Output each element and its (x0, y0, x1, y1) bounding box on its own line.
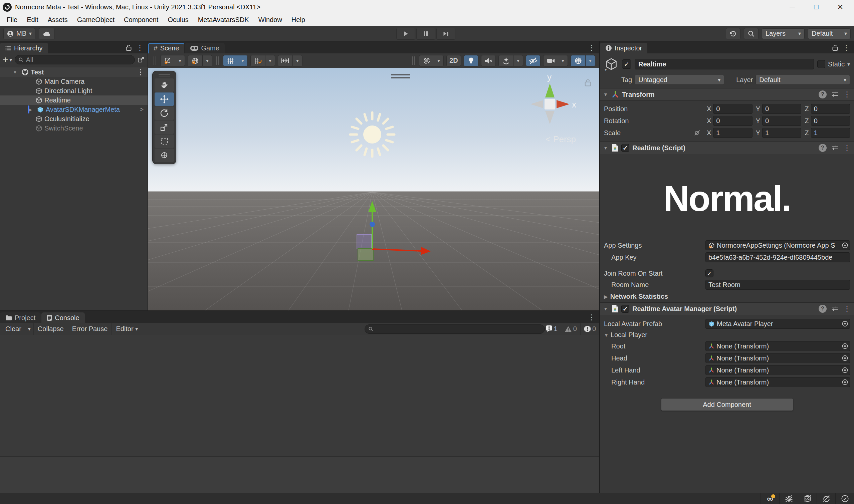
tool-handle-pivot-button[interactable] (160, 55, 175, 67)
join-room-checkbox[interactable]: ✓ (706, 269, 713, 277)
scene-visibility-button[interactable] (526, 55, 540, 67)
undo-history-button[interactable] (726, 28, 741, 39)
kebab-menu-icon[interactable]: ⋮ (137, 68, 147, 76)
hierarchy-search-input[interactable]: All (15, 55, 135, 65)
snap-move-caret[interactable]: ▾ (265, 55, 275, 67)
shading-mode-caret[interactable]: ▾ (434, 55, 444, 67)
menu-help[interactable]: Help (287, 16, 310, 24)
snap-increment-caret[interactable]: ▾ (292, 55, 302, 67)
object-picker-icon[interactable] (842, 242, 848, 249)
tool-handle-rotation-button[interactable] (188, 55, 202, 67)
editor-dropdown[interactable]: Editor ▾ (112, 323, 142, 335)
scale-y-field[interactable]: 1 (762, 128, 801, 138)
grid-snapping-button[interactable]: Y (223, 55, 238, 67)
warning-count-toggle[interactable]: 0 (561, 323, 580, 335)
realtime-script-header[interactable]: ▼ # ✓ Realtime (Script) ? ⋮ (600, 142, 854, 154)
meta-status-button[interactable]: ∞ (761, 493, 779, 504)
object-picker-icon[interactable] (842, 379, 848, 385)
app-settings-object-field[interactable]: NormcoreAppSettings (Normcore App S (706, 240, 850, 250)
lighting-toggle-button[interactable] (464, 55, 478, 67)
orientation-gizmo[interactable]: y x (516, 71, 583, 131)
local-player-foldout[interactable]: ▼ Local Player (600, 330, 854, 340)
tree-item-oculusinitialize[interactable]: OculusInitialize (0, 114, 147, 124)
scene-viewport[interactable]: y x < Persp (148, 68, 599, 310)
search-button[interactable] (744, 28, 759, 39)
lock-icon[interactable] (126, 44, 131, 51)
kebab-menu-icon[interactable]: ⋮ (843, 305, 851, 312)
menu-oculus[interactable]: Oculus (163, 16, 193, 24)
gizmos-button[interactable] (571, 55, 585, 67)
active-checkbox[interactable]: ✓ (622, 59, 631, 69)
debugger-status-button[interactable] (779, 493, 798, 504)
cloud-button[interactable] (39, 28, 55, 39)
tab-game[interactable]: Game (185, 43, 224, 53)
scene-camera-caret[interactable]: ▾ (558, 55, 568, 67)
console-detail-area[interactable] (0, 456, 599, 493)
position-z-field[interactable]: 0 (811, 104, 850, 114)
scale-tool-button[interactable] (155, 121, 174, 134)
kebab-menu-icon[interactable]: ⋮ (588, 44, 595, 51)
tree-item-switchscene[interactable]: SwitchScene (0, 124, 147, 133)
add-object-button[interactable]: + ▾ (3, 55, 12, 65)
tab-hierarchy[interactable]: Hierarchy (0, 43, 48, 53)
toolbar-grip[interactable] (154, 56, 156, 65)
view-tool-button[interactable] (155, 78, 174, 92)
layout-dropdown[interactable]: Default ▾ (808, 29, 851, 39)
link-broken-icon[interactable] (693, 129, 701, 136)
menu-metaavatarssdk[interactable]: MetaAvatarsSDK (193, 16, 254, 24)
activity-status-button[interactable] (835, 493, 854, 504)
step-button[interactable] (437, 28, 455, 40)
grid-snapping-caret[interactable]: ▾ (238, 55, 248, 67)
rotation-z-field[interactable]: 0 (811, 116, 850, 126)
menu-edit[interactable]: Edit (22, 16, 43, 24)
scale-z-field[interactable]: 1 (811, 128, 850, 138)
scale-x-field[interactable]: 1 (713, 128, 752, 138)
position-y-field[interactable]: 0 (762, 104, 801, 114)
toolbar-grip[interactable] (216, 56, 219, 65)
collapse-button[interactable]: Collapse (34, 323, 68, 335)
error-count-toggle[interactable]: 0 (580, 323, 599, 335)
foldout-open-icon[interactable]: ▼ (603, 92, 609, 97)
tree-item-directional-light[interactable]: Directional Light (0, 86, 147, 95)
foldout-open-icon[interactable]: ▼ (603, 306, 609, 311)
local-avatar-prefab-field[interactable]: Meta Avatar Player (706, 319, 850, 329)
pause-button[interactable] (416, 28, 435, 40)
kebab-menu-icon[interactable]: ⋮ (843, 144, 851, 151)
root-object-field[interactable]: None (Transform) (706, 341, 850, 351)
maximize-button[interactable]: □ (811, 3, 821, 11)
prefab-open-arrow[interactable]: > (140, 106, 147, 113)
lock-icon[interactable] (832, 44, 838, 51)
minimize-button[interactable]: ─ (787, 3, 797, 11)
console-log-area[interactable] (0, 335, 599, 456)
foldout-closed-icon[interactable]: ▶ (26, 107, 35, 112)
console-search-input[interactable] (364, 324, 545, 334)
snap-increment-button[interactable] (278, 55, 292, 67)
toolbar-grip[interactable] (412, 56, 415, 65)
foldout-open-icon[interactable]: ▼ (11, 70, 19, 75)
object-picker-icon[interactable] (842, 355, 848, 361)
close-button[interactable]: × (835, 2, 845, 12)
error-pause-button[interactable]: Error Pause (68, 323, 112, 335)
presets-icon[interactable] (831, 91, 839, 98)
presets-icon[interactable] (831, 305, 839, 312)
menu-gameobject[interactable]: GameObject (72, 16, 119, 24)
tree-item-main-camera[interactable]: Main Camera (0, 77, 147, 86)
rotate-tool-button[interactable] (155, 107, 174, 120)
object-picker-icon[interactable] (842, 343, 848, 349)
avatar-manager-header[interactable]: ▼ # ✓ Realtime Avatar Manager (Script) ?… (600, 302, 854, 315)
transform-component-header[interactable]: ▼ Transform ? ⋮ (600, 88, 854, 101)
auto-refresh-status-button[interactable] (817, 493, 835, 504)
tree-item-avatarsdkmanagermeta[interactable]: ▶ AvatarSDKManagerMeta > (0, 105, 147, 114)
component-enabled-checkbox[interactable]: ✓ (621, 144, 629, 152)
room-name-field[interactable]: Test Room (706, 280, 850, 290)
head-object-field[interactable]: None (Transform) (706, 353, 850, 363)
kebab-menu-icon[interactable]: ⋮ (588, 314, 595, 321)
projection-mode[interactable]: < Persp (546, 134, 576, 145)
add-component-button[interactable]: Add Component (661, 398, 793, 411)
rotation-x-field[interactable]: 0 (713, 116, 752, 126)
rect-tool-button[interactable] (155, 134, 174, 148)
network-statistics-foldout[interactable]: ▶ Network Statistics (600, 291, 854, 302)
app-key-field[interactable]: b4e5fa63-a6b7-452d-924e-df6809445bde (706, 252, 850, 262)
gameobject-icon-button[interactable]: ▾ (604, 57, 619, 71)
viewport-lock-icon[interactable] (585, 79, 591, 87)
